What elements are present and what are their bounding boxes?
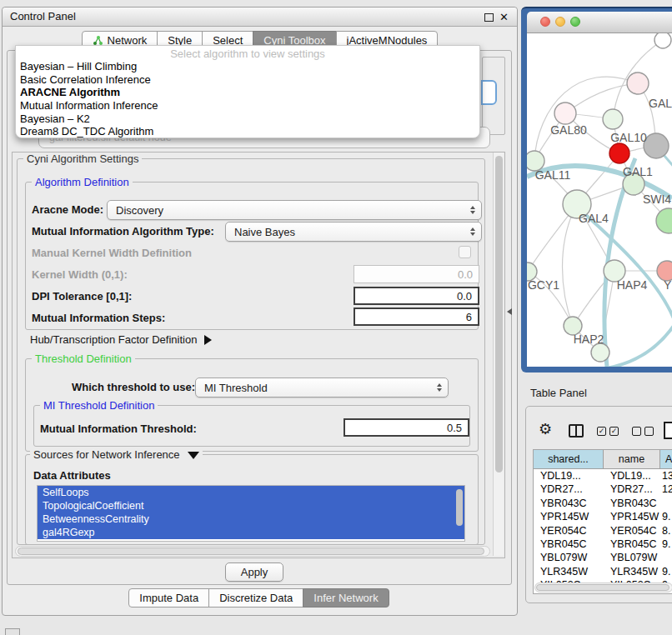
dropdown-item-mutual-information[interactable]: Mutual Information Inference [16, 99, 479, 112]
which-threshold-combo[interactable]: MI Threshold [195, 378, 449, 398]
column-header-shared-name[interactable]: shared... [534, 450, 604, 469]
table-cell[interactable]: YDL19... [604, 469, 660, 482]
unchecked-checkbox-icon[interactable] [632, 427, 641, 436]
dropdown-item-dream8[interactable]: Dream8 DC_TDC Algorithm [16, 125, 479, 138]
zoom-traffic-light[interactable] [570, 17, 580, 27]
table-cell[interactable] [660, 551, 672, 564]
node-gal10[interactable] [603, 109, 623, 129]
dropdown-item-bayesian-k2[interactable]: Bayesian – K2 [16, 112, 479, 126]
table-row[interactable]: YBL079W YBL079W [534, 551, 672, 564]
table-horizontal-scrollbar[interactable] [534, 582, 672, 592]
column-header-name[interactable]: name [604, 450, 660, 469]
float-icon[interactable] [484, 13, 494, 22]
node-table: shared... name A YDL19... YDL19... 13 YD… [533, 449, 672, 594]
tab-discretize-data[interactable]: Discretize Data [208, 588, 303, 608]
network-canvas[interactable]: GAL GAL80 GAL10 GAL1 GAL11 SWI4 GAL4 GCY… [527, 33, 672, 367]
table-cell[interactable]: YBR045C [604, 538, 660, 551]
column-header-partial[interactable]: A [660, 450, 672, 469]
mi-type-value: Naive Bayes [234, 226, 295, 238]
mi-type-combo[interactable]: Naive Bayes [225, 222, 482, 242]
screen: Control Panel Network Style Sel [0, 0, 672, 635]
close-icon[interactable] [499, 12, 509, 22]
mi-steps-field[interactable]: 6 [354, 308, 479, 326]
minimize-traffic-light[interactable] [555, 17, 565, 27]
dropdown-item-aracne[interactable]: ARACNE Algorithm [16, 86, 479, 99]
table-cell[interactable]: YBL079W [604, 551, 660, 564]
table-row[interactable]: YDR27... YDR27... 12 [534, 482, 672, 496]
node-gal-cut[interactable] [627, 72, 649, 94]
table-row[interactable]: YBR045C YBR045C 9. [534, 538, 672, 551]
table-cell[interactable]: YDL19... [534, 469, 604, 482]
table-cell[interactable]: 13 [660, 469, 672, 482]
settings-vertical-scrollbar[interactable] [493, 152, 504, 556]
node-bottom[interactable] [591, 343, 609, 362]
splitpane-handle-icon[interactable] [507, 308, 512, 315]
aracne-mode-combo[interactable]: Discovery [107, 200, 482, 220]
algorithm-definition-title: Algorithm Definition [32, 177, 133, 188]
tab-impute-data[interactable]: Impute Data [128, 588, 209, 608]
list-item-gal4rgexp[interactable]: gal4RGexp [38, 526, 464, 539]
data-attributes-list[interactable]: SelfLoops TopologicalCoefficient Between… [37, 485, 465, 542]
table-row[interactable]: YER054C YER054C 8. [534, 524, 672, 538]
table-cell[interactable]: YDR27... [604, 482, 660, 496]
dropdown-item-bayesian-hill-climbing[interactable]: Bayesian – Hill Climbing [16, 60, 479, 73]
table-cell[interactable]: YBR043C [604, 497, 660, 510]
table-cell[interactable]: YPR145W [604, 510, 660, 523]
table-cell[interactable]: YBR045C [534, 538, 604, 551]
sources-title-wrap[interactable]: Sources for Network Inference [30, 449, 203, 461]
list-item-selfloops[interactable]: SelfLoops [38, 486, 464, 499]
table-cell[interactable]: 9. [660, 510, 672, 523]
table-cell[interactable]: 9. [660, 538, 672, 551]
settings-horizontal-scrollbar[interactable] [15, 546, 490, 557]
mi-threshold-field[interactable]: 0.5 [344, 418, 469, 437]
list-item-betweennesscentrality[interactable]: BetweennessCentrality [38, 512, 464, 526]
tab-infer-network[interactable]: Infer Network [303, 588, 389, 608]
settings-scroll-thumb[interactable] [495, 156, 503, 472]
table-cell[interactable]: YER054C [534, 524, 604, 538]
node-green-right[interactable] [656, 208, 672, 233]
table-cell[interactable]: YLR345W [534, 565, 604, 578]
which-threshold-value: MI Threshold [204, 382, 268, 394]
gear-icon[interactable] [539, 422, 552, 437]
table-cell[interactable]: YPR145W [534, 510, 604, 523]
hub-factor-expander[interactable]: Hub/Transcription Factor Definition [30, 333, 212, 346]
table-row[interactable]: YLR345W YLR345W 9. [534, 565, 672, 578]
node-top[interactable] [654, 33, 671, 48]
page-icon[interactable] [664, 422, 672, 439]
attributes-scroll-thumb[interactable] [456, 489, 463, 526]
table-cell[interactable]: 12 [660, 482, 672, 496]
control-panel-titlebar[interactable]: Control Panel [3, 8, 517, 27]
table-cell[interactable]: YLR345W [604, 565, 660, 578]
settings-hscroll-thumb[interactable] [18, 548, 484, 555]
label-gal10: GAL10 [610, 131, 647, 144]
table-cell[interactable]: YDR27... [534, 482, 604, 496]
dropdown-item-basic-correlation[interactable]: Basic Correlation Inference [16, 73, 479, 87]
checked-checkbox-icon[interactable] [609, 427, 619, 436]
close-traffic-light[interactable] [540, 17, 550, 27]
dpi-tolerance-field[interactable]: 0.0 [354, 287, 479, 305]
split-columns-icon[interactable] [569, 424, 584, 438]
dropdown-placeholder: Select algorithm to view settings [16, 48, 479, 60]
manual-kernel-label: Manual Kernel Width Definition [32, 247, 192, 259]
table-row[interactable]: YBR043C YBR043C [534, 497, 672, 510]
node-gray[interactable] [644, 133, 669, 158]
unchecked-checkbox-icon[interactable] [644, 427, 654, 436]
node-gal1[interactable] [609, 143, 629, 163]
table-cell[interactable] [660, 497, 672, 510]
table-row[interactable]: YDL19... YDL19... 13 [534, 469, 672, 482]
table-cell[interactable]: YER054C [604, 524, 660, 538]
mi-steps-value: 6 [466, 311, 472, 323]
tab-label: Discretize Data [219, 589, 293, 607]
table-cell[interactable]: 8. [660, 524, 672, 538]
list-item-topologicalcoefficient[interactable]: TopologicalCoefficient [38, 499, 464, 512]
network-window-titlebar[interactable] [527, 12, 672, 33]
node-gal80[interactable] [554, 102, 576, 124]
table-row[interactable]: YPR145W YPR145W 9. [534, 510, 672, 523]
table-cell[interactable]: YBR043C [534, 497, 604, 510]
table-cell[interactable]: YBL079W [534, 551, 604, 564]
apply-button[interactable]: Apply [225, 562, 283, 582]
checked-checkbox-icon[interactable] [597, 427, 606, 436]
hidden-focused-combo-edge [481, 80, 497, 105]
table-hscroll-thumb[interactable] [536, 584, 669, 591]
table-cell[interactable]: 9. [660, 565, 672, 578]
